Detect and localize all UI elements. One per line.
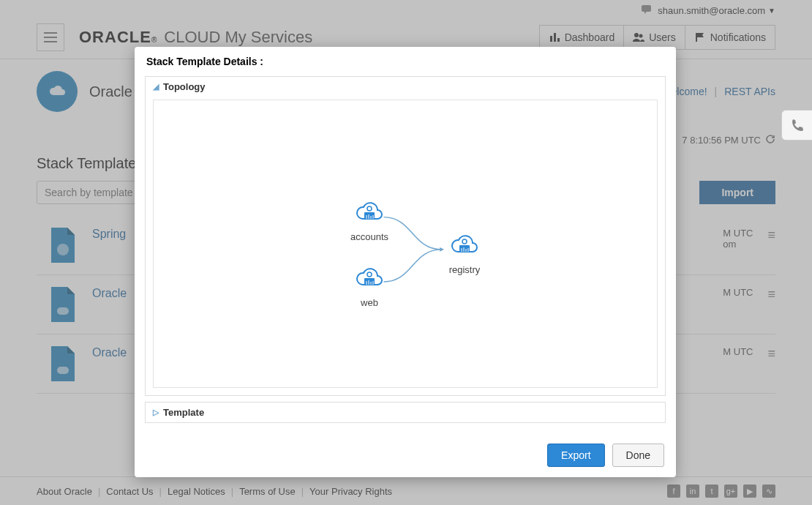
done-button[interactable]: Done	[612, 444, 664, 467]
node-label: web	[337, 297, 402, 308]
node-web[interactable]: web	[337, 265, 402, 308]
topology-header[interactable]: ◢ Topology	[146, 77, 665, 97]
dialog-title: Stack Template Details :	[135, 47, 676, 76]
dialog-footer: Export Done	[135, 433, 676, 477]
node-registry[interactable]: registry	[432, 232, 497, 275]
template-label: Template	[163, 407, 204, 418]
disclosure-closed-icon: ▷	[153, 408, 159, 417]
phone-icon	[790, 118, 805, 132]
topology-section: ◢ Topology accounts	[145, 76, 666, 396]
export-button[interactable]: Export	[547, 444, 604, 467]
template-section: ▷ Template	[145, 402, 666, 423]
service-cloud-icon	[353, 265, 386, 291]
topology-connections	[154, 100, 657, 387]
stack-template-details-dialog: Stack Template Details : ◢ Topology	[135, 47, 676, 477]
node-accounts[interactable]: accounts	[337, 199, 402, 242]
service-cloud-icon	[448, 232, 481, 258]
topology-label: Topology	[163, 81, 206, 92]
node-label: registry	[432, 264, 497, 275]
node-label: accounts	[337, 231, 402, 242]
phone-tab[interactable]	[781, 110, 812, 141]
topology-canvas: accounts web	[153, 100, 658, 388]
template-header[interactable]: ▷ Template	[146, 403, 665, 422]
disclosure-open-icon: ◢	[153, 82, 159, 91]
service-cloud-icon	[353, 199, 386, 225]
